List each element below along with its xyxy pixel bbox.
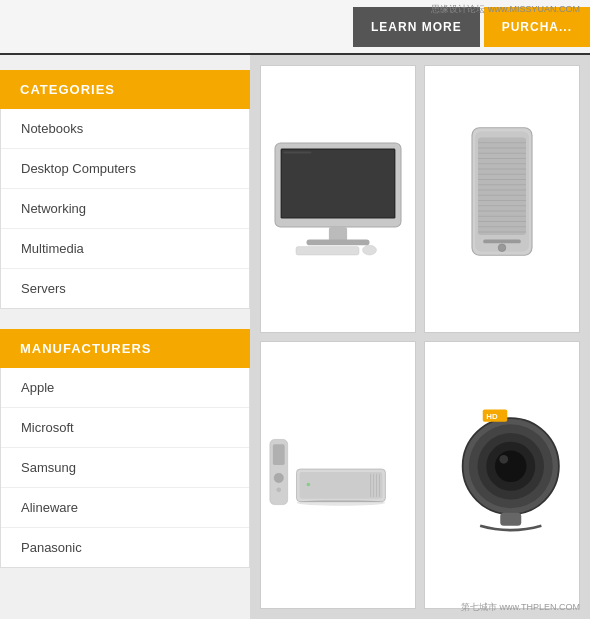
- svg-rect-6: [296, 247, 359, 255]
- svg-point-35: [276, 487, 281, 492]
- sidebar: CATEGORIES Notebooks Desktop Computers N…: [0, 55, 250, 619]
- svg-point-30: [498, 244, 506, 252]
- appletv-svg: [261, 405, 415, 545]
- category-servers[interactable]: Servers: [1, 269, 249, 308]
- product-grid: HD: [250, 55, 590, 619]
- svg-point-42: [307, 483, 311, 487]
- svg-point-7: [363, 245, 377, 255]
- manufacturer-apple[interactable]: Apple: [1, 368, 249, 407]
- svg-rect-31: [483, 240, 521, 244]
- manufacturer-panasonic[interactable]: Panasonic: [1, 528, 249, 567]
- product-appletv[interactable]: [260, 341, 416, 609]
- list-item: Multimedia: [1, 229, 249, 269]
- list-item: Microsoft: [1, 408, 249, 448]
- macpro-svg: [457, 114, 547, 284]
- svg-rect-8: [283, 151, 311, 153]
- svg-rect-37: [300, 472, 383, 499]
- list-item: Apple: [1, 368, 249, 408]
- top-bar: 思缘设计论坛 www.MISSYUAN.COM LEARN MORE PURCH…: [0, 0, 590, 55]
- list-item: Desktop Computers: [1, 149, 249, 189]
- main-layout: CATEGORIES Notebooks Desktop Computers N…: [0, 55, 590, 619]
- categories-title: CATEGORIES: [0, 70, 250, 109]
- svg-rect-4: [329, 227, 347, 241]
- list-item: Samsung: [1, 448, 249, 488]
- manufacturer-alineware[interactable]: Alineware: [1, 488, 249, 527]
- svg-text:HD: HD: [486, 412, 498, 421]
- svg-point-43: [297, 500, 386, 506]
- categories-list: Notebooks Desktop Computers Networking M…: [0, 109, 250, 309]
- category-desktop-computers[interactable]: Desktop Computers: [1, 149, 249, 188]
- svg-point-34: [274, 473, 283, 482]
- footer-watermark: 第七城市 www.THPLEN.COM: [461, 601, 580, 614]
- list-item: Alineware: [1, 488, 249, 528]
- list-item: Panasonic: [1, 528, 249, 567]
- svg-rect-11: [478, 138, 526, 236]
- svg-point-49: [499, 455, 508, 464]
- list-item: Servers: [1, 269, 249, 308]
- webcam-svg: HD: [432, 405, 572, 545]
- manufacturer-samsung[interactable]: Samsung: [1, 448, 249, 487]
- svg-rect-5: [307, 240, 370, 246]
- manufacturers-title: MANUFACTURERS: [0, 329, 250, 368]
- watermark-top: 思缘设计论坛 www.MISSYUAN.COM: [431, 3, 580, 16]
- svg-rect-52: [500, 513, 521, 526]
- svg-rect-33: [273, 444, 285, 465]
- manufacturers-list: Apple Microsoft Samsung Alineware Panaso…: [0, 368, 250, 568]
- imac-svg: [261, 119, 415, 279]
- svg-point-48: [495, 451, 527, 483]
- product-macpro[interactable]: [424, 65, 580, 333]
- category-notebooks[interactable]: Notebooks: [1, 109, 249, 148]
- manufacturer-microsoft[interactable]: Microsoft: [1, 408, 249, 447]
- list-item: Notebooks: [1, 109, 249, 149]
- product-webcam[interactable]: HD: [424, 341, 580, 609]
- category-multimedia[interactable]: Multimedia: [1, 229, 249, 268]
- list-item: Networking: [1, 189, 249, 229]
- category-networking[interactable]: Networking: [1, 189, 249, 228]
- svg-rect-2: [282, 150, 394, 217]
- product-imac[interactable]: [260, 65, 416, 333]
